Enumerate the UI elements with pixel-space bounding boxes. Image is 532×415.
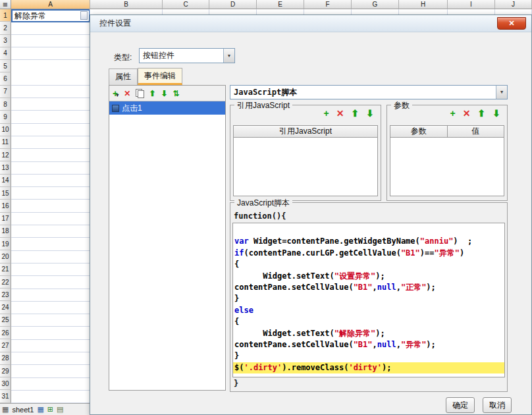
param-column-header: 参数 bbox=[390, 126, 447, 137]
value-column-header: 值 bbox=[447, 126, 504, 137]
row-headers: 1234567891011121314151617181920212223242… bbox=[0, 9, 11, 403]
move-down-icon[interactable]: ⬇ bbox=[161, 90, 167, 97]
row-header-31[interactable]: 31 bbox=[0, 390, 11, 402]
event-item-icon bbox=[112, 105, 119, 112]
column-header-E[interactable]: E bbox=[257, 0, 304, 9]
event-item-click1[interactable]: 点击1 bbox=[109, 101, 225, 115]
row-header-11[interactable]: 11 bbox=[0, 136, 11, 149]
row-header-1[interactable]: 1 bbox=[0, 9, 11, 22]
type-dropdown[interactable]: 按钮控件 ▼ bbox=[139, 48, 235, 63]
row-header-28[interactable]: 28 bbox=[0, 352, 11, 365]
row-header-2[interactable]: 2 bbox=[0, 22, 11, 34]
dialog-titlebar[interactable]: 控件设置 ✕ bbox=[90, 15, 531, 32]
param-add-icon[interactable]: + bbox=[450, 109, 456, 118]
code-line[interactable]: contentPane.setCellValue("B1",null,"异常")… bbox=[233, 339, 504, 350]
row-header-12[interactable]: 12 bbox=[0, 149, 11, 161]
tab-properties[interactable]: 属性 bbox=[109, 69, 138, 85]
type-dropdown-arrow-icon[interactable]: ▼ bbox=[223, 49, 234, 63]
row-header-25[interactable]: 25 bbox=[0, 314, 11, 327]
column-header-H[interactable]: H bbox=[399, 0, 448, 9]
code-line[interactable]: } bbox=[233, 293, 504, 304]
row-header-15[interactable]: 15 bbox=[0, 187, 11, 200]
sheet-page-icon[interactable]: ▤ bbox=[57, 406, 63, 413]
row-header-26[interactable]: 26 bbox=[0, 327, 11, 339]
row-header-27[interactable]: 27 bbox=[0, 339, 11, 352]
column-header-B[interactable]: B bbox=[90, 0, 163, 9]
row-header-18[interactable]: 18 bbox=[0, 225, 11, 238]
code-line[interactable] bbox=[233, 225, 504, 236]
params-table-header-row: 参数 值 bbox=[390, 126, 504, 138]
row-header-19[interactable]: 19 bbox=[0, 238, 11, 250]
sort-icon[interactable]: ⇅ bbox=[173, 90, 179, 97]
ref-move-down-icon[interactable]: ⬇ bbox=[366, 109, 374, 118]
row-header-7[interactable]: 7 bbox=[0, 86, 11, 98]
row-header-13[interactable]: 13 bbox=[0, 161, 11, 174]
row-header-9[interactable]: 9 bbox=[0, 111, 11, 123]
row-header-23[interactable]: 23 bbox=[0, 289, 11, 301]
code-lines: var Widget=contentPane.getWidgetByName("… bbox=[233, 225, 504, 374]
column-header-G[interactable]: G bbox=[352, 0, 399, 9]
row-header-14[interactable]: 14 bbox=[0, 175, 11, 187]
code-line[interactable]: { bbox=[233, 316, 504, 327]
row-header-24[interactable]: 24 bbox=[0, 301, 11, 314]
add-sheet-icon[interactable]: ⊞ bbox=[47, 406, 53, 413]
code-line[interactable]: Widget.setText("解除异常"); bbox=[233, 328, 504, 339]
column-header-A[interactable]: A bbox=[11, 0, 90, 9]
param-move-up-icon[interactable]: ⬆ bbox=[478, 109, 486, 118]
row-header-3[interactable]: 3 bbox=[0, 35, 11, 47]
cancel-button[interactable]: 取消 bbox=[483, 397, 512, 413]
column-header-I[interactable]: I bbox=[448, 0, 495, 9]
row-header-16[interactable]: 16 bbox=[0, 200, 11, 212]
ref-add-icon[interactable]: + bbox=[324, 109, 329, 118]
script-type-arrow-icon[interactable]: ▼ bbox=[496, 86, 507, 99]
code-line[interactable]: Widget.setText("设置异常"); bbox=[233, 271, 504, 282]
active-cell-a1[interactable]: 解除异常 bbox=[11, 9, 90, 22]
script-group: JavaScript脚本 function(){ var Widget=cont… bbox=[230, 202, 508, 392]
ref-delete-icon[interactable]: ✕ bbox=[336, 109, 344, 118]
row-header-30[interactable]: 30 bbox=[0, 377, 11, 390]
code-editor[interactable]: var Widget=contentPane.getWidgetByName("… bbox=[232, 223, 505, 377]
code-line[interactable]: } bbox=[233, 350, 504, 362]
move-up-icon[interactable]: ⬆ bbox=[149, 90, 155, 97]
column-header-row: ▦ ABCDEFGHIJ bbox=[0, 0, 532, 9]
row-header-8[interactable]: 8 bbox=[0, 98, 11, 111]
type-label: 类型: bbox=[114, 52, 132, 63]
column-header-D[interactable]: D bbox=[209, 0, 257, 9]
row-header-5[interactable]: 5 bbox=[0, 60, 11, 72]
sheet-tab[interactable]: sheet1 bbox=[12, 406, 34, 414]
close-icon: ✕ bbox=[508, 19, 514, 28]
column-header-C[interactable]: C bbox=[163, 0, 209, 9]
code-line[interactable]: contentPane.setCellValue("B1",null,"正常")… bbox=[233, 282, 504, 293]
copy-event-icon[interactable] bbox=[136, 89, 144, 97]
row-header-6[interactable]: 6 bbox=[0, 72, 11, 85]
column-header-F[interactable]: F bbox=[304, 0, 352, 9]
close-button[interactable]: ✕ bbox=[497, 17, 526, 30]
row-header-17[interactable]: 17 bbox=[0, 213, 11, 225]
tab-event-edit[interactable]: 事件编辑 bbox=[138, 68, 182, 85]
row-header-22[interactable]: 22 bbox=[0, 276, 11, 289]
row-header-20[interactable]: 20 bbox=[0, 250, 11, 263]
ref-js-table[interactable]: 引用JavaScript bbox=[233, 125, 378, 196]
code-line[interactable]: else bbox=[233, 305, 504, 316]
param-delete-icon[interactable]: ✕ bbox=[463, 109, 471, 118]
ok-button[interactable]: 确定 bbox=[446, 397, 475, 413]
code-line[interactable]: { bbox=[233, 259, 504, 270]
params-toolbar: + ✕ ⬆ ⬇ bbox=[450, 109, 500, 118]
row-header-10[interactable]: 10 bbox=[0, 124, 11, 136]
row-header-29[interactable]: 29 bbox=[0, 365, 11, 377]
ref-move-up-icon[interactable]: ⬆ bbox=[352, 109, 359, 118]
row-header-4[interactable]: 4 bbox=[0, 47, 11, 60]
script-type-dropdown[interactable]: JavaScript脚本 ▼ bbox=[230, 85, 508, 99]
code-line[interactable]: if(contentPane.curLGP.getCellValue("B1")… bbox=[233, 248, 504, 259]
column-header-J[interactable]: J bbox=[495, 0, 532, 9]
add-event-icon[interactable]: +▾ bbox=[113, 89, 119, 98]
code-line[interactable]: var Widget=contentPane.getWidgetByName("… bbox=[233, 236, 504, 247]
delete-event-icon[interactable]: ✕ bbox=[124, 90, 130, 97]
sheet-view-icon[interactable]: ▦ bbox=[37, 406, 43, 413]
param-move-down-icon[interactable]: ⬇ bbox=[492, 109, 500, 118]
params-table[interactable]: 参数 值 bbox=[390, 125, 504, 196]
select-all-corner[interactable]: ▦ bbox=[0, 0, 11, 9]
row-header-21[interactable]: 21 bbox=[0, 263, 11, 276]
code-line-highlighted[interactable]: $('.dirty').removeClass('dirty'); bbox=[233, 362, 504, 374]
event-list[interactable]: 点击1 bbox=[109, 101, 225, 390]
